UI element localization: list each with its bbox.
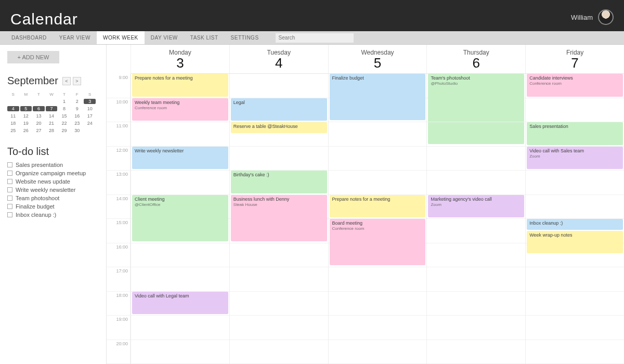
time-slot[interactable] (131, 340, 229, 365)
time-slot[interactable] (525, 98, 624, 123)
prev-month-button[interactable]: < (62, 77, 71, 85)
calendar-event[interactable]: Sales presentation (527, 122, 623, 145)
mini-cal-day[interactable]: 21 (46, 121, 58, 126)
todo-item[interactable]: Inbox cleanup :) (7, 212, 99, 218)
todo-item[interactable]: Sales presentation (7, 162, 99, 168)
time-slot[interactable]: Candidate interviewsConference room (525, 74, 624, 98)
time-slot[interactable] (525, 243, 624, 268)
checkbox-icon[interactable] (7, 204, 12, 209)
calendar-event[interactable]: Video call with Legal team (132, 292, 228, 315)
mini-cal-day[interactable]: 7 (46, 106, 58, 111)
calendar-event[interactable]: Inbox cleanup :) (527, 219, 623, 230)
mini-cal-day[interactable]: 20 (33, 121, 45, 126)
time-slot[interactable] (426, 267, 525, 292)
time-slot[interactable] (328, 147, 427, 171)
time-slot[interactable]: Video call with Sales teamZoom (525, 147, 624, 171)
time-slot[interactable] (328, 316, 427, 340)
time-slot[interactable]: Board meetingConference room (328, 219, 427, 243)
time-slot[interactable]: Legal (229, 98, 328, 123)
search-input[interactable] (276, 33, 354, 43)
time-slot[interactable] (426, 316, 525, 340)
time-slot[interactable] (131, 243, 229, 268)
mini-cal-day[interactable]: 15 (58, 113, 70, 119)
tab-settings[interactable]: SETTINGS (225, 31, 265, 44)
mini-cal-day[interactable]: 19 (20, 121, 32, 126)
calendar-event[interactable]: Legal (231, 98, 327, 121)
calendar-event[interactable]: Write weekly newsletter (132, 147, 228, 170)
time-slot[interactable] (426, 243, 525, 268)
mini-cal-day[interactable]: 29 (58, 128, 70, 133)
time-slot[interactable] (426, 98, 525, 123)
calendar-event[interactable]: Marketing agency's video callZoom (428, 195, 524, 218)
calendar-event[interactable]: Prepare notes for a meeting (330, 195, 426, 218)
time-slot[interactable] (426, 340, 525, 365)
time-slot[interactable] (426, 219, 525, 243)
mini-cal-day[interactable]: 24 (84, 121, 96, 126)
checkbox-icon[interactable] (7, 171, 12, 176)
time-slot[interactable] (525, 267, 624, 292)
mini-cal-day[interactable]: 5 (20, 106, 32, 111)
time-slot[interactable]: Write weekly newsletter (131, 147, 229, 171)
time-slot[interactable] (328, 340, 427, 365)
mini-cal-day[interactable]: 1 (58, 99, 70, 104)
time-slot[interactable]: Weekly team meetingConference room (131, 98, 229, 123)
day-header[interactable]: Friday7 (525, 45, 624, 74)
add-new-button[interactable]: + ADD NEW (7, 51, 59, 63)
tab-year-view[interactable]: YEAR VIEW (53, 31, 97, 44)
mini-cal-day[interactable]: 14 (46, 113, 58, 119)
calendar-event[interactable]: Prepare notes for a meeting (132, 74, 228, 97)
checkbox-icon[interactable] (7, 196, 12, 201)
time-slot[interactable] (525, 340, 624, 365)
mini-cal-day[interactable]: 16 (71, 113, 83, 119)
time-slot[interactable] (229, 147, 328, 171)
calendar-event[interactable]: Birthday's cake :) (231, 171, 327, 193)
time-slot[interactable] (525, 292, 624, 316)
time-slot[interactable] (328, 122, 427, 147)
time-slot[interactable] (328, 243, 427, 268)
time-slot[interactable] (131, 219, 229, 243)
mini-cal-day[interactable]: 30 (71, 128, 83, 133)
time-slot[interactable]: Birthday's cake :) (229, 171, 328, 195)
time-slot[interactable] (328, 292, 427, 316)
time-slot[interactable]: Finalize budget (328, 74, 427, 98)
day-header[interactable]: Wednesday5 (328, 45, 427, 74)
time-slot[interactable] (229, 219, 328, 243)
mini-cal-day[interactable]: 2 (71, 99, 83, 104)
mini-cal-day[interactable]: 23 (71, 121, 83, 126)
checkbox-icon[interactable] (7, 162, 12, 167)
calendar-event[interactable]: Reserve a table @SteakHouse (231, 122, 327, 133)
day-header[interactable]: Monday3 (131, 45, 229, 74)
checkbox-icon[interactable] (7, 179, 12, 184)
week-grid[interactable]: Monday3Tuesday4Wednesday5Thursday6Friday… (107, 45, 624, 364)
mini-cal-day[interactable]: 28 (46, 128, 58, 133)
mini-cal-day[interactable]: 17 (84, 113, 96, 119)
mini-cal-day[interactable]: 9 (71, 106, 83, 111)
time-slot[interactable] (426, 292, 525, 316)
todo-item[interactable]: Team photoshoot (7, 195, 99, 201)
mini-cal-day[interactable]: 25 (7, 128, 19, 133)
user-area[interactable]: William (571, 9, 614, 28)
calendar-event[interactable]: Weekly team meetingConference room (132, 98, 228, 121)
mini-cal-day[interactable]: 3 (84, 99, 96, 104)
checkbox-icon[interactable] (7, 187, 12, 192)
todo-item[interactable]: Write weekly newsletter (7, 187, 99, 193)
time-slot[interactable] (229, 267, 328, 292)
mini-cal-day[interactable]: 11 (7, 113, 19, 119)
mini-cal-day[interactable]: 18 (7, 121, 19, 126)
time-slot[interactable] (328, 171, 427, 195)
tab-work-week[interactable]: WORK WEEK (97, 31, 145, 44)
mini-cal-day[interactable]: 27 (33, 128, 45, 133)
mini-cal-day[interactable]: 10 (84, 106, 96, 111)
mini-calendar[interactable]: SMTWTFS123456789101112131415161718192021… (7, 92, 96, 133)
tab-task-list[interactable]: TASK LIST (184, 31, 225, 44)
time-slot[interactable] (229, 74, 328, 98)
time-slot[interactable] (131, 122, 229, 147)
time-slot[interactable]: Client meeting@ClientOffice (131, 195, 229, 219)
tab-dashboard[interactable]: DASHBOARD (5, 31, 53, 44)
checkbox-icon[interactable] (7, 212, 12, 217)
calendar-event[interactable]: Video call with Sales teamZoom (527, 147, 623, 170)
time-slot[interactable]: Sales presentation (525, 122, 624, 147)
todo-item[interactable]: Website news update (7, 178, 99, 185)
time-slot[interactable] (525, 195, 624, 219)
time-slot[interactable] (229, 340, 328, 365)
